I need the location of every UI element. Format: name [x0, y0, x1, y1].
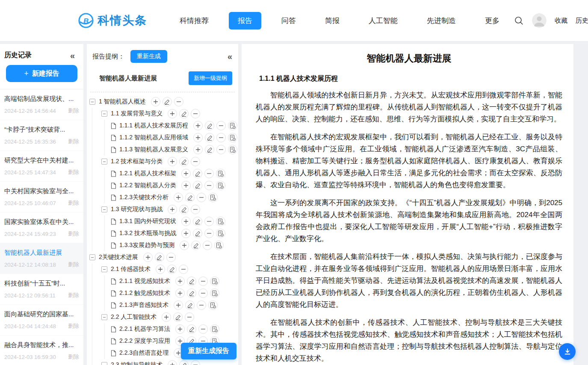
history-item-delete-button[interactable]: 删除	[68, 353, 79, 361]
generate-section-button[interactable]	[228, 133, 237, 142]
new-report-button[interactable]: + 新建报告	[6, 65, 77, 82]
edit-node-button[interactable]	[167, 265, 177, 274]
edit-node-button[interactable]	[187, 277, 196, 286]
add-subnode-button[interactable]	[181, 217, 191, 226]
nav-item[interactable]: 人工智能	[360, 12, 407, 29]
outline-node[interactable]: 1.3.2 技术瓶颈与挑战	[87, 227, 238, 239]
edit-node-button[interactable]	[185, 300, 195, 310]
outline-node-label[interactable]: 2关键技术进展	[99, 253, 138, 261]
nav-item[interactable]: 先进制造	[418, 12, 465, 29]
outline-node[interactable]: 2关键技术进展	[87, 251, 238, 263]
add-level1-outline-button[interactable]: 新增一级提纲	[189, 71, 232, 85]
generate-section-button[interactable]	[210, 324, 219, 334]
add-subnode-button[interactable]	[174, 300, 183, 310]
nav-item[interactable]: 科情推荐	[171, 12, 218, 29]
generate-section-button[interactable]	[210, 277, 219, 286]
outline-node[interactable]: 1 智能机器人概述	[87, 96, 238, 108]
outline-node[interactable]: 1.2.1 机器人技术框架	[87, 168, 238, 180]
add-subnode-button[interactable]	[168, 109, 177, 118]
add-subnode-button[interactable]	[193, 145, 203, 154]
nav-item[interactable]: 问答	[272, 12, 305, 29]
generate-section-button[interactable]	[216, 181, 225, 190]
add-subnode-button[interactable]	[180, 241, 189, 250]
regenerate-report-button[interactable]: 重新生成报告	[181, 343, 236, 359]
edit-node-button[interactable]	[155, 253, 164, 262]
edit-node-button[interactable]	[193, 229, 202, 238]
edit-node-button[interactable]	[193, 217, 202, 226]
history-item-delete-button[interactable]: 删除	[68, 199, 79, 207]
history-item-delete-button[interactable]: 删除	[68, 261, 79, 268]
edit-node-button[interactable]	[187, 288, 196, 298]
remove-node-button[interactable]	[166, 253, 176, 262]
remove-node-button[interactable]	[179, 265, 188, 274]
generate-section-button[interactable]	[208, 193, 218, 202]
edit-node-button[interactable]	[191, 241, 201, 250]
generate-section-button[interactable]	[216, 169, 225, 178]
generate-section-button[interactable]	[228, 145, 237, 154]
history-item-delete-button[interactable]: 删除	[68, 168, 79, 176]
add-subnode-button[interactable]	[181, 229, 191, 238]
add-subnode-button[interactable]	[174, 193, 183, 202]
add-subnode-button[interactable]	[175, 288, 185, 298]
history-item[interactable]: 科技创新“十五五”时... 2024-12-12 09:56:11 删除	[0, 274, 83, 305]
outline-node[interactable]: 2.1 传感器技术	[87, 263, 238, 275]
history-item[interactable]: 智能机器人最新进展 2024-12-12 14:08:18 删除	[0, 243, 83, 274]
outline-node-label[interactable]: 2.2.1 机器学习算法	[119, 325, 170, 333]
add-subnode-button[interactable]	[168, 360, 177, 365]
outline-node-label[interactable]: 1.2.1 机器人技术框架	[119, 170, 176, 177]
add-subnode-button[interactable]	[156, 265, 165, 274]
edit-node-button[interactable]	[205, 145, 214, 154]
edit-node-button[interactable]	[193, 181, 202, 190]
history-item[interactable]: 面向基础研究的国家基... 2024-12-04 14:24:48 删除	[0, 305, 83, 336]
remove-node-button[interactable]	[198, 288, 208, 298]
remove-node-button[interactable]	[204, 169, 214, 178]
nav-item[interactable]: 报告	[229, 12, 261, 29]
history-item[interactable]: 研究型大学在中关村建... 2024-12-25 14:47:34 删除	[0, 151, 83, 182]
generate-section-button[interactable]	[228, 121, 237, 130]
outline-node[interactable]: 2.3 控制与导航技术	[87, 359, 238, 365]
user-avatar[interactable]	[532, 13, 547, 28]
add-subnode-button[interactable]	[181, 181, 191, 190]
regenerate-outline-button[interactable]: 重新生成	[130, 50, 167, 63]
remove-node-button[interactable]	[204, 181, 214, 190]
add-subnode-button[interactable]	[175, 324, 185, 334]
remove-node-button[interactable]	[203, 241, 212, 250]
favorites-link[interactable]: 收藏	[555, 17, 567, 25]
outline-node-label[interactable]: 2.1.1 视觉感知技术	[119, 277, 170, 285]
outline-node[interactable]: 1.3.1 国内外研究现状	[87, 215, 238, 227]
remove-node-button[interactable]	[174, 97, 183, 106]
remove-node-button[interactable]	[197, 300, 206, 310]
generate-section-button[interactable]	[214, 241, 224, 250]
outline-node-label[interactable]: 2.1.2 触觉感知技术	[119, 289, 170, 297]
remove-node-button[interactable]	[191, 360, 200, 365]
outline-node-label[interactable]: 1.3.2 技术瓶颈与挑战	[119, 230, 176, 237]
outline-node-label[interactable]: 1.3.1 国内外研究现状	[119, 218, 176, 225]
remove-node-button[interactable]	[197, 193, 206, 202]
remove-node-button[interactable]	[198, 277, 208, 286]
remove-node-button[interactable]	[216, 145, 226, 154]
history-item[interactable]: 融合具身智能技术，推... 2024-12-03 16:59:30 删除	[0, 336, 83, 365]
outline-node-label[interactable]: 1.3.3发展趋势与预测	[119, 241, 174, 249]
history-item-delete-button[interactable]: 删除	[68, 322, 79, 330]
edit-node-button[interactable]	[205, 133, 214, 142]
collapse-node-icon[interactable]	[101, 314, 107, 320]
remove-node-button[interactable]	[191, 109, 200, 118]
add-subnode-button[interactable]	[168, 157, 177, 166]
nav-item[interactable]: 简报	[316, 12, 349, 29]
outline-node[interactable]: 2.1.1 视觉感知技术	[87, 275, 238, 287]
collapse-node-icon[interactable]	[101, 111, 107, 117]
outline-node-label[interactable]: 1.1.1 机器人技术发展历程	[119, 122, 188, 130]
edit-node-button[interactable]	[193, 169, 202, 178]
remove-node-button[interactable]	[185, 312, 194, 322]
sidebar-collapse-icon[interactable]: «	[70, 51, 75, 60]
nav-item[interactable]: 更多	[476, 12, 508, 29]
generate-section-button[interactable]	[216, 217, 225, 226]
outline-node-label[interactable]: 2.1.3声音感知技术	[119, 301, 168, 309]
collapse-node-icon[interactable]	[101, 266, 107, 272]
remove-node-button[interactable]	[198, 324, 208, 334]
history-item[interactable]: 国家实验室体系在中关... 2024-12-24 15:49:23 删除	[0, 212, 83, 243]
outline-node-label[interactable]: 1.2.2 智能机器人分类	[119, 182, 176, 189]
add-subnode-button[interactable]	[181, 169, 191, 178]
history-link[interactable]: 历史	[576, 17, 588, 25]
outline-node[interactable]: 1.3.3发展趋势与预测	[87, 239, 238, 251]
